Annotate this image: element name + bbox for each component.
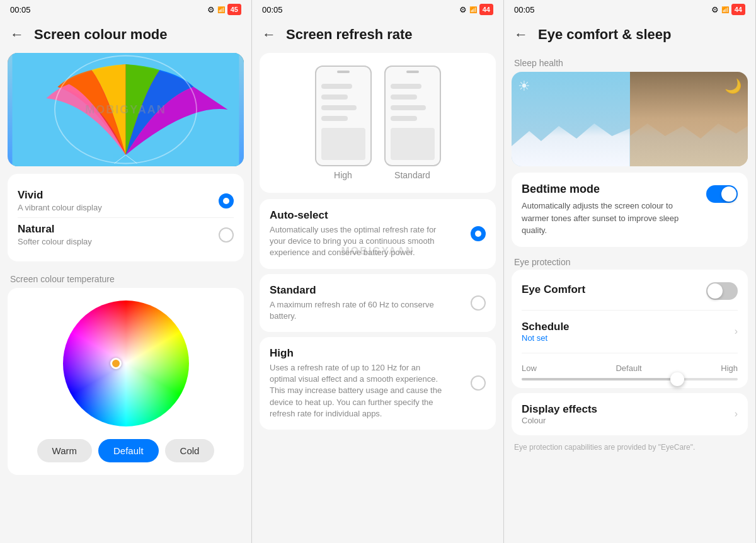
- back-button-2[interactable]: ←: [262, 26, 276, 43]
- status-bar-3: 00:05 ⚙ 📶 44: [504, 0, 755, 19]
- status-time-3: 00:05: [514, 5, 535, 14]
- sleep-night-panel: 🌙: [630, 72, 748, 166]
- page-title-2: Screen refresh rate: [286, 26, 413, 43]
- phone-mock-high: [315, 66, 372, 166]
- slider-track[interactable]: [522, 378, 738, 380]
- cold-button[interactable]: Cold: [165, 439, 215, 462]
- schedule-right: ›: [735, 326, 738, 337]
- temperature-buttons: Warm Default Cold: [37, 439, 215, 462]
- eye-comfort-section: Eye Comfort Schedule Not set › Low Defau…: [512, 270, 748, 388]
- default-button[interactable]: Default: [98, 439, 159, 462]
- bedtime-mode-card: Bedtime mode Automatically adjusts the s…: [512, 173, 748, 247]
- colour-wheel[interactable]: [63, 300, 189, 426]
- panel-screen-refresh-rate: 00:05 ⚙ 📶 44 ← Screen refresh rate High: [252, 0, 504, 543]
- panel-screen-colour-mode: 00:05 ⚙ 📶 45 ← Screen colour mode: [0, 0, 252, 543]
- colour-wheel-dot[interactable]: [110, 358, 122, 369]
- auto-select-desc: Automatically uses the optimal refresh r…: [270, 224, 446, 259]
- slider-row: Low Default High: [522, 353, 738, 388]
- header-1: ← Screen colour mode: [0, 19, 251, 53]
- signal-icon-1: 📶: [217, 6, 225, 13]
- natural-desc: Softer colour display: [18, 237, 92, 246]
- colour-temperature-card: Warm Default Cold: [8, 288, 244, 475]
- eye-comfort-toggle[interactable]: [706, 282, 738, 300]
- high-title: High: [270, 347, 446, 360]
- schedule-chevron-icon: ›: [735, 326, 738, 337]
- slider-low-label: Low: [522, 363, 537, 373]
- natural-title: Natural: [18, 223, 92, 236]
- bedtime-info: Bedtime mode Automatically adjusts the s…: [522, 183, 692, 237]
- natural-option-text: Natural Softer colour display: [18, 223, 92, 246]
- high-desc: Uses a refresh rate of up to 120 Hz for …: [270, 362, 446, 420]
- battery-3: 44: [731, 4, 745, 15]
- high-radio[interactable]: [471, 375, 486, 391]
- parachute-visual: MOBIGYAAN: [8, 53, 244, 166]
- standard-option[interactable]: Standard A maximum refresh rate of 60 Hz…: [260, 274, 496, 332]
- day-mountains: [512, 116, 630, 166]
- settings-icon-2: ⚙: [459, 5, 467, 14]
- bedtime-title: Bedtime mode: [522, 183, 692, 196]
- back-button-3[interactable]: ←: [514, 26, 528, 43]
- display-effects-title: Display effects: [522, 403, 597, 416]
- content-3: Sleep health ☀ 🌙 Bedtime mode Automatica…: [504, 53, 755, 543]
- phone-illustration: High Standard: [260, 53, 496, 193]
- back-button-1[interactable]: ←: [10, 26, 24, 43]
- standard-radio[interactable]: [471, 295, 486, 311]
- bedtime-desc: Automatically adjusts the screen colour …: [522, 200, 692, 237]
- standard-desc: A maximum refresh rate of 60 Hz to conse…: [270, 299, 446, 322]
- vivid-title: Vivid: [18, 189, 102, 202]
- eye-protection-label: Eye protection: [512, 252, 748, 270]
- auto-select-radio[interactable]: [471, 226, 486, 241]
- schedule-text: Schedule Not set: [522, 321, 570, 343]
- settings-icon-3: ⚙: [711, 5, 719, 14]
- vivid-desc: A vibrant colour display: [18, 203, 102, 212]
- sleep-health-label: Sleep health: [512, 53, 748, 72]
- eye-note: Eye protection capabilities are provided…: [512, 440, 748, 454]
- panel-eye-comfort-sleep: 00:05 ⚙ 📶 44 ← Eye comfort & sleep Sleep…: [504, 0, 756, 543]
- display-effects-sub: Colour: [522, 416, 597, 425]
- signal-icon-2: 📶: [469, 6, 477, 13]
- battery-1: 45: [227, 4, 241, 15]
- header-3: ← Eye comfort & sleep: [504, 19, 755, 53]
- status-time-1: 00:05: [10, 5, 31, 14]
- auto-select-option[interactable]: Auto-select Automatically uses the optim…: [260, 199, 496, 269]
- page-title-1: Screen colour mode: [34, 26, 168, 43]
- standard-text: Standard A maximum refresh rate of 60 Hz…: [270, 284, 446, 322]
- vivid-option[interactable]: Vivid A vibrant colour display: [18, 184, 234, 218]
- header-2: ← Screen refresh rate: [252, 19, 503, 53]
- warm-button[interactable]: Warm: [37, 439, 92, 462]
- display-effects-row[interactable]: Display effects Colour ›: [512, 393, 748, 435]
- vivid-radio[interactable]: [219, 193, 234, 209]
- content-2: High Standard Auto-select Automatically …: [252, 53, 503, 543]
- phone-mock-standard: [384, 66, 441, 166]
- bedtime-toggle[interactable]: [706, 185, 738, 203]
- sun-icon: ☀: [518, 78, 536, 96]
- natural-option[interactable]: Natural Softer colour display: [18, 218, 234, 251]
- signal-icon-3: 📶: [721, 6, 729, 13]
- status-bar-2: 00:05 ⚙ 📶 44: [252, 0, 503, 19]
- schedule-title: Schedule: [522, 321, 570, 333]
- high-option[interactable]: High Uses a refresh rate of up to 120 Hz…: [260, 337, 496, 430]
- temp-section-label: Screen colour temperature: [8, 268, 244, 288]
- sleep-day-panel: ☀: [512, 72, 630, 166]
- hero-image: MOBIGYAAN: [8, 53, 244, 166]
- natural-radio[interactable]: [219, 227, 234, 243]
- slider-default-label: Default: [616, 363, 641, 373]
- settings-icon-1: ⚙: [207, 5, 215, 14]
- battery-2: 44: [479, 4, 493, 15]
- page-title-3: Eye comfort & sleep: [538, 26, 672, 43]
- slider-high-label: High: [721, 363, 738, 373]
- slider-labels: Low Default High: [522, 363, 738, 373]
- phone-label-high: High: [334, 170, 352, 180]
- sleep-health-image: ☀ 🌙: [512, 72, 748, 166]
- night-mountains: [630, 116, 748, 166]
- high-text: High Uses a refresh rate of up to 120 Hz…: [270, 347, 446, 420]
- standard-title: Standard: [270, 284, 446, 297]
- display-effects-text: Display effects Colour: [522, 403, 597, 425]
- slider-fill: [522, 378, 677, 380]
- phone-label-standard: Standard: [394, 170, 430, 180]
- schedule-row[interactable]: Schedule Not set ›: [522, 311, 738, 353]
- slider-thumb[interactable]: [670, 372, 684, 386]
- auto-select-title: Auto-select: [270, 209, 446, 222]
- status-bar-1: 00:05 ⚙ 📶 45: [0, 0, 251, 19]
- eye-comfort-title: Eye Comfort: [522, 283, 585, 296]
